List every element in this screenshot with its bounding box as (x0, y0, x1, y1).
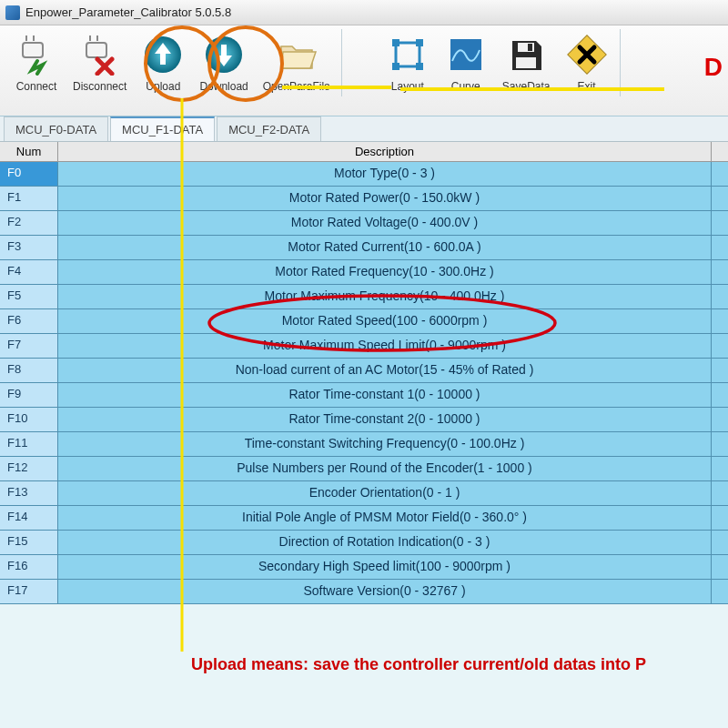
layout-button[interactable]: Layout (379, 29, 437, 96)
tab-mcu-f2[interactable]: MCU_F2-DATA (217, 116, 321, 141)
cell-num[interactable]: F15 (0, 531, 58, 555)
connect-label: Connect (16, 80, 57, 93)
cell-description[interactable]: Time-constant Switching Frequency(0 - 10… (58, 432, 712, 457)
cell-num[interactable]: F5 (0, 285, 58, 309)
exit-button[interactable]: Exit (558, 29, 616, 96)
cell-num[interactable]: F1 (0, 187, 58, 211)
cell-num[interactable]: F14 (0, 506, 58, 531)
cell-num[interactable]: F12 (0, 457, 58, 481)
titlebar: Enpower_Parameter_Calibrator 5.0.5.8 (0, 0, 728, 25)
table-row[interactable]: F3Motor Rated Current(10 - 600.0A ) (0, 236, 728, 260)
table-row[interactable]: F16Secondary High Speed limit(100 - 9000… (0, 555, 728, 580)
cell-description[interactable]: Software Version(0 - 32767 ) (58, 580, 712, 604)
savedata-button[interactable]: SaveData (495, 29, 558, 96)
exit-label: Exit (577, 80, 595, 93)
svg-rect-18 (516, 57, 536, 68)
table-row[interactable]: F15Direction of Rotation Indication(0 - … (0, 531, 728, 555)
cell-num[interactable]: F9 (0, 383, 58, 408)
grid-body: F0Motor Type(0 - 3 )F1Motor Rated Power(… (0, 162, 728, 604)
cell-description[interactable]: Motor Rated Voltage(0 - 400.0V ) (58, 211, 712, 236)
tab-mcu-f1[interactable]: MCU_F1-DATA (110, 116, 215, 141)
savedata-label: SaveData (502, 80, 551, 93)
annotation-d: D (704, 53, 723, 82)
download-label: Download (199, 80, 248, 93)
cell-num[interactable]: F3 (0, 236, 58, 260)
exit-icon (565, 33, 609, 76)
cell-num[interactable]: F13 (0, 481, 58, 506)
table-row[interactable]: F0Motor Type(0 - 3 ) (0, 162, 728, 187)
cell-description[interactable]: Motor Type(0 - 3 ) (58, 162, 712, 187)
disconnect-icon (78, 33, 122, 76)
cell-description[interactable]: Motor Maximum Frequency(10 - 400.0Hz ) (58, 285, 712, 309)
svg-rect-14 (416, 63, 423, 70)
table-row[interactable]: F6Motor Rated Speed(100 - 6000rpm ) (0, 309, 728, 334)
cell-description[interactable]: Encoder Orientation(0 - 1 ) (58, 481, 712, 506)
save-icon (504, 33, 548, 76)
svg-rect-0 (23, 43, 43, 57)
table-row[interactable]: F5Motor Maximum Frequency(10 - 400.0Hz ) (0, 285, 728, 309)
table-row[interactable]: F2Motor Rated Voltage(0 - 400.0V ) (0, 211, 728, 236)
app-icon (5, 5, 20, 20)
upload-button[interactable]: Upload (134, 29, 192, 96)
cell-num[interactable]: F6 (0, 309, 58, 334)
table-row[interactable]: F9Rator Time-constant 1(0 - 10000 ) (0, 383, 728, 408)
cell-description[interactable]: Pulse Numbers per Round of the Encoder(1… (58, 457, 712, 481)
svg-rect-13 (392, 63, 399, 70)
layout-icon (386, 33, 430, 76)
curve-icon (444, 33, 488, 76)
cell-description[interactable]: Motor Rated Current(10 - 600.0A ) (58, 236, 712, 260)
cell-num[interactable]: F0 (0, 162, 58, 187)
data-grid: Num Description F0Motor Type(0 - 3 )F1Mo… (0, 142, 728, 604)
cell-num[interactable]: F4 (0, 260, 58, 285)
tabs: MCU_F0-DATA MCU_F1-DATA MCU_F2-DATA (0, 116, 728, 142)
tab-mcu-f0[interactable]: MCU_F0-DATA (4, 116, 108, 141)
cell-num[interactable]: F8 (0, 359, 58, 383)
folder-icon (275, 33, 318, 76)
cell-num[interactable]: F17 (0, 580, 58, 604)
disconnect-label: Disconnect (73, 80, 126, 93)
svg-rect-17 (528, 44, 532, 51)
window-title: Enpower_Parameter_Calibrator 5.0.5.8 (25, 5, 231, 19)
layout-label: Layout (391, 80, 424, 93)
table-row[interactable]: F4Motor Rated Frequency(10 - 300.0Hz ) (0, 260, 728, 285)
cell-description[interactable]: Secondary High Speed limit(100 - 9000rpm… (58, 555, 712, 580)
cell-description[interactable]: Rator Time-constant 2(0 - 10000 ) (58, 408, 712, 432)
cell-num[interactable]: F2 (0, 211, 58, 236)
cell-description[interactable]: Motor Rated Speed(100 - 6000rpm ) (58, 309, 712, 334)
disconnect-button[interactable]: Disconnect (66, 29, 134, 96)
cell-num[interactable]: F10 (0, 408, 58, 432)
header-num[interactable]: Num (0, 142, 58, 161)
upload-label: Upload (146, 80, 180, 93)
table-row[interactable]: F12Pulse Numbers per Round of the Encode… (0, 457, 728, 481)
header-description[interactable]: Description (58, 142, 712, 161)
cell-num[interactable]: F7 (0, 334, 58, 359)
cell-description[interactable]: Motor Maximum Speed Limit(0 - 9000rpm ) (58, 334, 712, 359)
table-row[interactable]: F11Time-constant Switching Frequency(0 -… (0, 432, 728, 457)
cell-description[interactable]: Motor Rated Frequency(10 - 300.0Hz ) (58, 260, 712, 285)
cell-num[interactable]: F16 (0, 555, 58, 580)
connect-button[interactable]: Connect (7, 29, 66, 96)
openparafile-label: OpenParaFile (263, 80, 330, 93)
cell-num[interactable]: F11 (0, 432, 58, 457)
annotation-note: Upload means: save the controller curren… (191, 655, 717, 674)
curve-label: Curve (451, 80, 480, 93)
cell-description[interactable]: Motor Rated Power(0 - 150.0kW ) (58, 187, 712, 211)
table-row[interactable]: F13Encoder Orientation(0 - 1 ) (0, 481, 728, 506)
cell-description[interactable]: Initial Pole Angle of PMSM Motor Field(0… (58, 506, 712, 531)
upload-icon (141, 33, 185, 76)
table-row[interactable]: F7Motor Maximum Speed Limit(0 - 9000rpm … (0, 334, 728, 359)
table-row[interactable]: F10Rator Time-constant 2(0 - 10000 ) (0, 408, 728, 432)
download-button[interactable]: Download (192, 29, 255, 96)
grid-header: Num Description (0, 142, 728, 162)
table-row[interactable]: F1Motor Rated Power(0 - 150.0kW ) (0, 187, 728, 211)
cell-description[interactable]: Non-load current of an AC Motor(15 - 45%… (58, 359, 712, 383)
cell-description[interactable]: Rator Time-constant 1(0 - 10000 ) (58, 383, 712, 408)
svg-rect-11 (392, 39, 399, 46)
table-row[interactable]: F14Initial Pole Angle of PMSM Motor Fiel… (0, 506, 728, 531)
table-row[interactable]: F17Software Version(0 - 32767 ) (0, 580, 728, 604)
svg-rect-3 (86, 43, 106, 57)
cell-description[interactable]: Direction of Rotation Indication(0 - 3 ) (58, 531, 712, 555)
curve-button[interactable]: Curve (437, 29, 495, 96)
table-row[interactable]: F8Non-load current of an AC Motor(15 - 4… (0, 359, 728, 383)
openparafile-button[interactable]: OpenParaFile (256, 29, 338, 96)
